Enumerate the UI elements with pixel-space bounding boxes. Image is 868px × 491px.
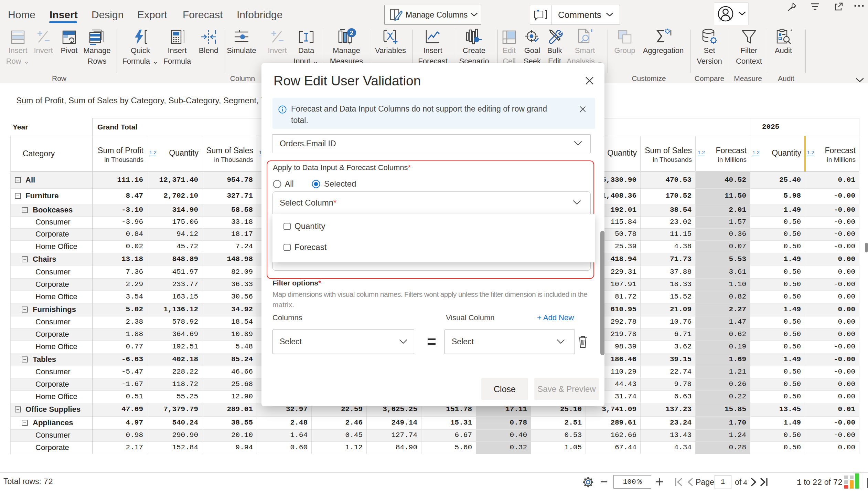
- svg-text:2: 2: [350, 29, 354, 36]
